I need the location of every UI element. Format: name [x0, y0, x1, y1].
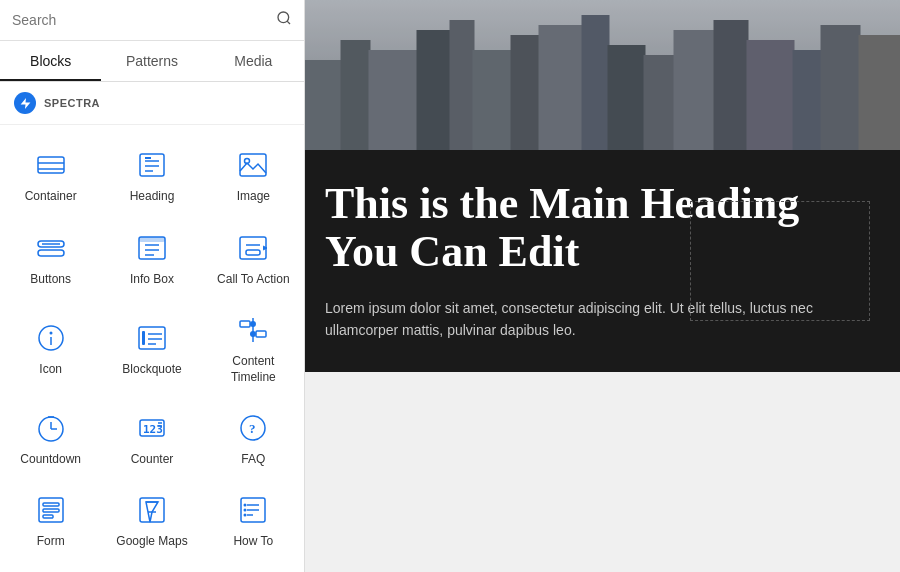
faq-icon: ? — [235, 410, 271, 446]
svg-point-60 — [244, 514, 247, 517]
block-label-countdown: Countdown — [20, 452, 81, 468]
block-item-image[interactable]: Image — [203, 135, 304, 217]
block-label-infobox: Info Box — [130, 272, 174, 288]
block-item-countdown[interactable]: Countdown — [0, 397, 101, 479]
tab-media[interactable]: Media — [203, 41, 304, 81]
timeline-icon — [235, 312, 271, 348]
block-item-infobox[interactable]: Info Box — [101, 217, 202, 299]
block-item-container[interactable]: Container — [0, 135, 101, 217]
infobox-icon — [134, 230, 170, 266]
block-item-blockquote[interactable]: Blockquote — [101, 300, 202, 398]
block-item-form[interactable]: Form — [0, 480, 101, 562]
svg-point-0 — [278, 12, 289, 23]
block-label-buttons: Buttons — [30, 272, 71, 288]
icon-icon — [33, 320, 69, 356]
block-label-faq: FAQ — [241, 452, 265, 468]
cta-icon — [235, 230, 271, 266]
search-icon — [276, 10, 292, 30]
city-image — [305, 0, 900, 150]
block-label-timeline: Content Timeline — [211, 354, 296, 385]
block-label-icon: Icon — [39, 362, 62, 378]
svg-line-1 — [287, 21, 290, 24]
block-item-buttons[interactable]: Buttons — [0, 217, 101, 299]
svg-marker-2 — [20, 98, 30, 109]
svg-point-58 — [244, 504, 247, 507]
search-input[interactable] — [12, 12, 268, 28]
svg-rect-14 — [38, 250, 64, 256]
container-icon — [33, 147, 69, 183]
svg-rect-11 — [240, 154, 266, 176]
left-panel: Blocks Patterns Media SPECTRA — [0, 0, 305, 572]
svg-rect-49 — [43, 509, 59, 512]
svg-point-34 — [250, 331, 256, 337]
block-label-blockquote: Blockquote — [122, 362, 181, 378]
block-label-howto: How To — [233, 534, 273, 550]
tabs-bar: Blocks Patterns Media — [0, 41, 304, 82]
block-label-heading: Heading — [130, 189, 175, 205]
block-label-container: Container — [25, 189, 77, 205]
right-panel: This is the Main Heading You Can Edit Lo… — [305, 0, 900, 572]
tab-blocks[interactable]: Blocks — [0, 41, 101, 81]
svg-rect-36 — [256, 331, 266, 337]
spectra-logo — [14, 92, 36, 114]
blocks-grid: Container Heading — [0, 125, 304, 572]
svg-rect-10 — [145, 157, 151, 159]
spectra-label: SPECTRA — [44, 97, 100, 109]
svg-text:123: 123 — [143, 423, 163, 436]
blockquote-icon — [134, 320, 170, 356]
svg-rect-3 — [38, 157, 64, 173]
block-item-timeline[interactable]: Content Timeline — [203, 300, 304, 398]
block-label-maps: Google Maps — [116, 534, 187, 550]
svg-point-59 — [244, 509, 247, 512]
svg-rect-20 — [139, 237, 165, 242]
svg-text:?: ? — [249, 421, 256, 436]
howto-icon — [235, 492, 271, 528]
tab-patterns[interactable]: Patterns — [101, 41, 202, 81]
svg-rect-28 — [142, 331, 145, 345]
block-label-cta: Call To Action — [217, 272, 290, 288]
hero-section: This is the Main Heading You Can Edit Lo… — [305, 150, 900, 372]
counter-icon: 123 — [134, 410, 170, 446]
svg-rect-48 — [43, 503, 59, 506]
svg-rect-23 — [246, 250, 260, 255]
svg-rect-50 — [43, 515, 53, 518]
block-item-maps[interactable]: Google Maps — [101, 480, 202, 562]
svg-point-33 — [250, 321, 256, 327]
svg-point-25 — [49, 331, 52, 334]
buttons-icon — [33, 230, 69, 266]
image-icon — [235, 147, 271, 183]
block-label-image: Image — [237, 189, 270, 205]
block-label-form: Form — [37, 534, 65, 550]
block-label-counter: Counter — [131, 452, 174, 468]
block-item-cta[interactable]: Call To Action — [203, 217, 304, 299]
block-item-faq[interactable]: ? FAQ — [203, 397, 304, 479]
hero-placeholder-box — [690, 201, 870, 321]
form-icon — [33, 492, 69, 528]
block-item-icon[interactable]: Icon — [0, 300, 101, 398]
svg-rect-79 — [305, 0, 900, 150]
svg-rect-35 — [240, 321, 250, 327]
block-item-counter[interactable]: 123 Counter — [101, 397, 202, 479]
spectra-header: SPECTRA — [0, 82, 304, 125]
maps-icon — [134, 492, 170, 528]
block-item-heading[interactable]: Heading — [101, 135, 202, 217]
countdown-icon — [33, 410, 69, 446]
search-bar — [0, 0, 304, 41]
heading-icon — [134, 147, 170, 183]
svg-rect-6 — [140, 154, 164, 176]
block-item-howto[interactable]: How To — [203, 480, 304, 562]
